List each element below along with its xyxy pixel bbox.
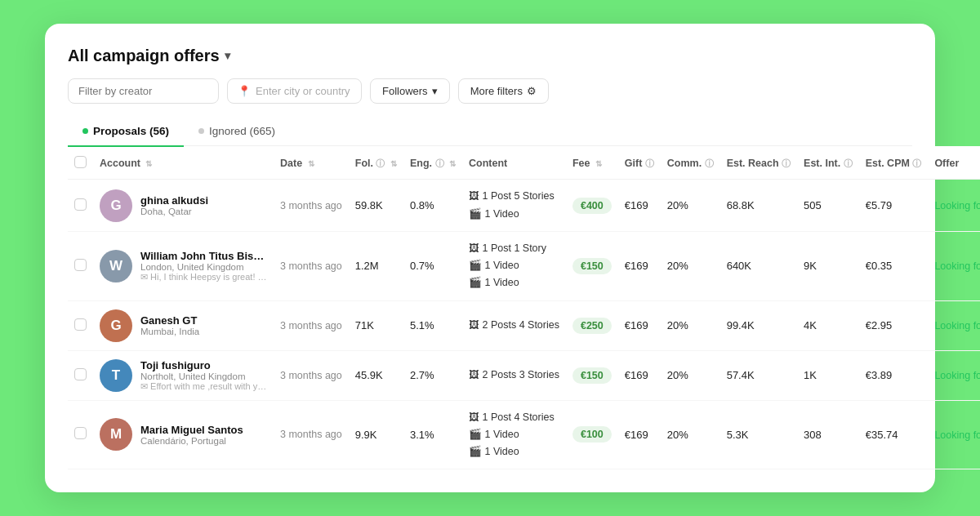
est-int-cell: 505: [797, 180, 859, 232]
gift-cell: €169: [618, 300, 661, 350]
offer-cell: Looking for i: [928, 231, 980, 300]
col-est-cpm: Est. CPM ⓘ: [859, 146, 929, 180]
fee-badge: €150: [572, 258, 612, 274]
more-filters-label: More filters: [470, 85, 523, 97]
sort-icon[interactable]: ⇅: [308, 159, 314, 168]
content-cell: 🖼 1 Post 1 Story🎬 1 Video🎬 1 Video: [462, 231, 566, 300]
col-account: Account ⇅: [93, 146, 274, 180]
offer-link[interactable]: Looking for i: [934, 320, 980, 331]
est-int-cell: 4K: [797, 300, 859, 350]
sort-icon[interactable]: ⇅: [145, 159, 152, 168]
offer-link[interactable]: Looking for i: [934, 370, 980, 381]
account-note: ✉ Hi, I think Heepsy is great! I'd b...: [140, 272, 267, 282]
filter-icon: ⚙: [527, 85, 537, 97]
fee-cell: €150: [566, 231, 618, 300]
info-icon[interactable]: ⓘ: [435, 158, 444, 168]
offer-link[interactable]: Looking for i: [934, 260, 980, 272]
account-cell: W William John Titus Bish... London, Uni…: [100, 250, 267, 282]
account-info: William John Titus Bish... London, Unite…: [140, 250, 267, 282]
content-line: 🖼 2 Posts 3 Stories: [469, 367, 559, 384]
tab-ignored[interactable]: Ignored (665): [184, 118, 290, 147]
date-cell: 3 months ago: [274, 300, 349, 350]
avatar: G: [100, 189, 132, 222]
content-line: 🎬 1 Video: [469, 426, 559, 443]
offer-link[interactable]: Looking for i: [934, 429, 980, 441]
est-int-cell: 9K: [797, 231, 859, 300]
content-cell: 🖼 1 Post 4 Stories🎬 1 Video🎬 1 Video: [462, 400, 566, 469]
table-row: T Toji fushiguro Northolt, United Kingdo…: [68, 350, 980, 400]
gift-cell: €169: [618, 350, 661, 400]
col-gift: Gift ⓘ: [618, 146, 661, 180]
account-name[interactable]: ghina alkudsi: [140, 194, 208, 207]
est-cpm-cell: €35.74: [859, 400, 929, 469]
table-row: M Maria Miguel Santos Calendário, Portug…: [68, 400, 980, 469]
info-icon[interactable]: ⓘ: [912, 158, 921, 168]
col-est-reach: Est. Reach ⓘ: [720, 146, 797, 180]
col-est-int: Est. Int. ⓘ: [797, 146, 859, 180]
account-location: Mumbai, India: [140, 327, 199, 336]
info-icon[interactable]: ⓘ: [844, 158, 853, 168]
followers-cell: 45.9K: [349, 350, 403, 400]
tab-proposals[interactable]: Proposals (56): [68, 118, 184, 147]
engagement-cell: 3.1%: [403, 400, 462, 469]
account-location: London, United Kingdom: [140, 262, 267, 272]
est-reach-cell: 5.3K: [720, 400, 797, 469]
sort-icon[interactable]: ⇅: [449, 159, 456, 168]
offer-link[interactable]: Looking for i: [934, 200, 980, 211]
avatar: W: [100, 250, 132, 282]
followers-filter-button[interactable]: Followers ▾: [370, 78, 450, 104]
filters-row: 📍 Enter city or country Followers ▾ More…: [68, 78, 912, 104]
est-cpm-cell: €3.89: [859, 350, 929, 400]
info-icon[interactable]: ⓘ: [705, 158, 714, 168]
tab-ignored-label: Ignored (665): [209, 125, 275, 137]
sort-icon[interactable]: ⇅: [390, 159, 397, 168]
date-cell: 3 months ago: [274, 231, 349, 300]
row-checkbox[interactable]: [74, 259, 87, 271]
account-name[interactable]: Toji fushiguro: [140, 359, 267, 371]
row-checkbox[interactable]: [74, 427, 87, 439]
offer-cell: Looking for i: [928, 180, 980, 232]
info-icon[interactable]: ⓘ: [376, 158, 385, 168]
engagement-cell: 0.8%: [403, 180, 462, 232]
account-info: Maria Miguel Santos Calendário, Portugal: [140, 424, 243, 446]
info-icon[interactable]: ⓘ: [782, 158, 791, 168]
content-line: 🎬 1 Video: [469, 257, 559, 274]
account-name[interactable]: Maria Miguel Santos: [140, 424, 243, 436]
location-placeholder: Enter city or country: [256, 85, 350, 97]
sort-icon[interactable]: ⇅: [595, 159, 602, 168]
comm-cell: 20%: [661, 180, 720, 232]
fee-cell: €150: [566, 350, 618, 400]
main-card: All campaign offers ▾ 📍 Enter city or co…: [45, 24, 935, 493]
creator-filter-input[interactable]: [68, 78, 219, 104]
content-cell: 🖼 1 Post 5 Stories🎬 1 Video: [462, 180, 566, 232]
row-checkbox[interactable]: [74, 318, 87, 331]
info-icon[interactable]: ⓘ: [645, 158, 654, 168]
account-name[interactable]: William John Titus Bish...: [140, 250, 267, 262]
account-cell: M Maria Miguel Santos Calendário, Portug…: [100, 418, 267, 451]
gift-cell: €169: [618, 180, 661, 232]
select-all-checkbox[interactable]: [74, 156, 87, 168]
account-note: ✉ Effort with me ,result with you: [140, 381, 267, 392]
title-text: All campaign offers: [68, 47, 220, 65]
fee-badge: €150: [572, 367, 612, 384]
row-checkbox[interactable]: [74, 368, 87, 380]
followers-label: Followers: [382, 85, 428, 97]
est-reach-cell: 57.4K: [720, 350, 797, 400]
engagement-cell: 5.1%: [403, 300, 462, 350]
account-cell: G ghina alkudsi Doha, Qatar: [100, 189, 267, 222]
account-name[interactable]: Ganesh GT: [140, 314, 199, 327]
chevron-down-icon[interactable]: ▾: [225, 49, 230, 62]
col-followers: Fol. ⓘ ⇅: [349, 146, 403, 180]
engagement-cell: 2.7%: [403, 350, 462, 400]
account-info: Ganesh GT Mumbai, India: [140, 314, 199, 336]
location-filter[interactable]: 📍 Enter city or country: [227, 78, 362, 104]
tab-ignored-dot: [198, 128, 204, 134]
content-line: 🖼 1 Post 1 Story: [469, 240, 559, 257]
row-checkbox[interactable]: [74, 198, 87, 211]
gift-cell: €169: [618, 400, 661, 469]
date-cell: 3 months ago: [274, 180, 349, 232]
avatar: G: [100, 309, 132, 342]
followers-cell: 9.9K: [349, 400, 403, 469]
more-filters-button[interactable]: More filters ⚙: [458, 78, 549, 104]
account-location: Doha, Qatar: [140, 207, 208, 216]
